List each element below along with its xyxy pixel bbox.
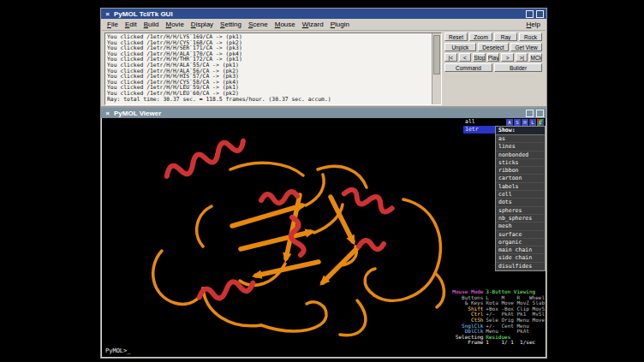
button-zoom[interactable]: Zoom bbox=[469, 33, 492, 41]
menu-scene[interactable]: Scene bbox=[245, 21, 271, 28]
viewer-window: × PyMOL Viewer bbox=[100, 107, 547, 359]
legend-row-10: Frame1 1/ 1 1/sec bbox=[452, 340, 545, 346]
console-line-12: Ray: total time: 30.37 sec. = 118.5 fram… bbox=[107, 97, 432, 103]
show-menu-item-dots[interactable]: dots bbox=[496, 199, 545, 206]
button-deselect[interactable]: Deselect bbox=[478, 43, 510, 51]
button-mclear[interactable]: MClear bbox=[529, 53, 542, 62]
show-menu-item-ribbon[interactable]: ribbon bbox=[496, 167, 545, 175]
menu-plugin[interactable]: Plugin bbox=[327, 21, 353, 28]
button-play[interactable]: Play bbox=[487, 53, 500, 62]
show-menu-item-spheres[interactable]: spheres bbox=[496, 207, 545, 215]
show-menu-item-labels[interactable]: labels bbox=[496, 183, 545, 191]
menu-bar: FileEditBuildMovieDisplaySettingSceneMou… bbox=[102, 19, 546, 31]
show-menu-item-sticks[interactable]: sticks bbox=[496, 159, 545, 167]
button-end[interactable]: >| bbox=[516, 53, 528, 62]
show-menu-item-nonbonded[interactable]: nonbonded bbox=[496, 151, 545, 159]
show-menu-item-side-chain[interactable]: side chain bbox=[496, 254, 545, 262]
menu-file[interactable]: File bbox=[104, 21, 122, 28]
menu-help[interactable]: Help bbox=[523, 21, 544, 28]
gui-titlebar[interactable]: × PyMOL Tcl/Tk GUI bbox=[101, 9, 546, 19]
menu-display[interactable]: Display bbox=[188, 21, 217, 28]
show-menu-item-cell[interactable]: cell bbox=[496, 191, 545, 199]
object-name: all bbox=[463, 118, 477, 126]
object-button-h[interactable]: H bbox=[522, 119, 528, 126]
command-prompt[interactable]: PyMOL>_ bbox=[105, 347, 131, 354]
button-row-2: UnpickDeselectGet View bbox=[444, 43, 542, 51]
show-menu: Show: aslinesnonbondedsticksribboncartoo… bbox=[495, 126, 546, 271]
button-row-1: ResetZoomRayRock bbox=[444, 33, 542, 41]
legend-label: Frame bbox=[452, 340, 483, 346]
maximize-icon[interactable] bbox=[536, 110, 544, 117]
gui-window: × PyMOL Tcl/Tk GUI FileEditBuildMovieDis… bbox=[100, 8, 547, 107]
button-panel: ResetZoomRayRockUnpickDeselectGet View|<… bbox=[444, 33, 542, 74]
object-button-l[interactable]: L bbox=[529, 119, 536, 126]
button-unpick[interactable]: Unpick bbox=[444, 43, 476, 51]
button-back[interactable]: < bbox=[459, 53, 472, 62]
show-menu-item-cartoon[interactable]: cartoon bbox=[496, 175, 545, 182]
button-stop[interactable]: Stop bbox=[473, 53, 486, 62]
close-icon[interactable]: × bbox=[104, 10, 111, 18]
close-icon[interactable]: × bbox=[104, 110, 111, 117]
menu-mouse[interactable]: Mouse bbox=[271, 21, 299, 28]
button-builder[interactable]: Builder bbox=[494, 63, 542, 72]
menu-build[interactable]: Build bbox=[140, 21, 163, 28]
show-menu-item-mesh[interactable]: mesh bbox=[496, 223, 545, 230]
viewer-window-title: PyMOL Viewer bbox=[114, 110, 161, 117]
object-name: 1etr bbox=[463, 126, 499, 134]
show-menu-item-nb_spheres[interactable]: nb_spheres bbox=[496, 215, 545, 223]
menu-edit[interactable]: Edit bbox=[122, 21, 140, 28]
button-rock[interactable]: Rock bbox=[519, 33, 542, 41]
object-button-s[interactable]: S bbox=[514, 119, 521, 126]
button-row-3: |<<StopPlay>>|MClear bbox=[444, 53, 542, 62]
viewer-titlebar[interactable]: × PyMOL Viewer bbox=[101, 108, 546, 118]
menu-wizard[interactable]: Wizard bbox=[299, 21, 327, 28]
menu-setting[interactable]: Setting bbox=[217, 21, 245, 28]
button-reset[interactable]: Reset bbox=[444, 33, 468, 41]
mouse-legend: Mouse Mode3-Button ViewingButtonsL M R W… bbox=[452, 289, 545, 346]
minimize-icon[interactable] bbox=[526, 10, 534, 18]
viewport[interactable]: allASHLC1etrASHLC Show: aslinesnonbonded… bbox=[102, 118, 546, 357]
loop-ribbons bbox=[153, 163, 444, 335]
maximize-icon[interactable] bbox=[536, 10, 544, 18]
show-menu-item-as[interactable]: as bbox=[496, 135, 545, 143]
object-button-a[interactable]: A bbox=[506, 119, 513, 126]
console-scrollbar[interactable] bbox=[432, 33, 441, 104]
legend-value: 1 1/ 1 1/sec bbox=[486, 339, 535, 345]
object-action-buttons: ASHLC bbox=[506, 119, 544, 126]
button-command[interactable]: Command bbox=[444, 63, 492, 72]
show-menu-item-organic[interactable]: organic bbox=[496, 239, 545, 246]
menu-movie[interactable]: Movie bbox=[163, 21, 188, 28]
show-menu-items: aslinesnonbondedsticksribboncartoonlabel… bbox=[496, 135, 545, 270]
show-menu-title: Show: bbox=[496, 127, 545, 135]
console[interactable]: You clicked /1etr/H/H/LYS`169/CA -> (pk1… bbox=[104, 33, 442, 105]
gui-window-title: PyMOL Tcl/Tk GUI bbox=[114, 10, 173, 18]
button-first[interactable]: |< bbox=[444, 53, 457, 62]
protein-structure bbox=[102, 118, 462, 357]
console-output: You clicked /1etr/H/H/LYS`169/CA -> (pk1… bbox=[107, 34, 432, 104]
object-button-c[interactable]: C bbox=[537, 119, 544, 126]
button-ray[interactable]: Ray bbox=[494, 33, 517, 41]
show-menu-item-main-chain[interactable]: main chain bbox=[496, 246, 545, 254]
button-forward[interactable]: > bbox=[501, 53, 514, 62]
minimize-icon[interactable] bbox=[526, 110, 534, 117]
show-menu-item-disulfides[interactable]: disulfides bbox=[496, 263, 545, 270]
button-row-4: CommandBuilder bbox=[444, 63, 542, 72]
button-getview[interactable]: Get View bbox=[510, 43, 542, 51]
show-menu-item-surface[interactable]: surface bbox=[496, 231, 545, 239]
object-row-all[interactable]: allASHLC bbox=[462, 118, 546, 126]
show-menu-item-lines[interactable]: lines bbox=[496, 143, 545, 151]
scrollbar-thumb[interactable] bbox=[433, 35, 440, 74]
menu-items: FileEditBuildMovieDisplaySettingSceneMou… bbox=[104, 21, 353, 28]
